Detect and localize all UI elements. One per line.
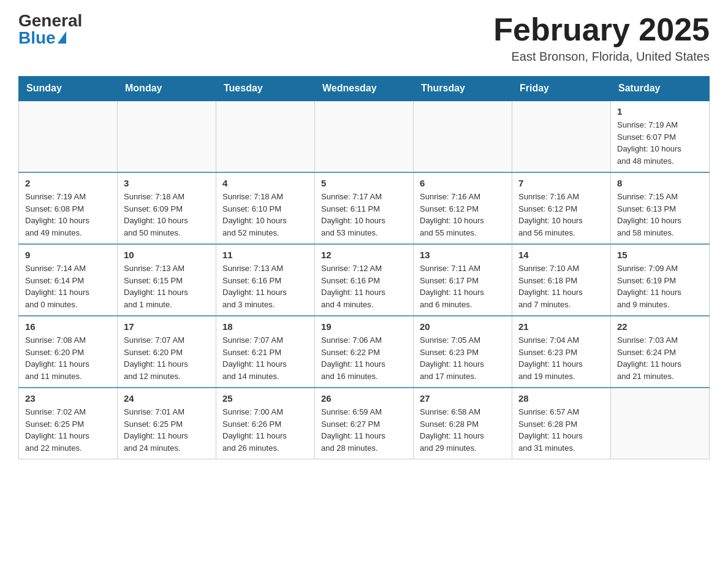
day-number: 26 (321, 393, 407, 404)
day-number: 15 (617, 250, 703, 260)
day-number: 17 (124, 321, 210, 332)
day-number: 14 (518, 250, 604, 260)
logo: General Blue (18, 12, 82, 47)
day-number: 25 (222, 393, 308, 404)
day-info: Sunrise: 6:59 AM Sunset: 6:27 PM Dayligh… (321, 406, 407, 454)
day-number: 3 (124, 178, 210, 188)
day-number: 23 (25, 393, 111, 404)
calendar-cell: 2Sunrise: 7:19 AM Sunset: 6:08 PM Daylig… (19, 172, 118, 244)
calendar-cell: 13Sunrise: 7:11 AM Sunset: 6:17 PM Dayli… (414, 244, 512, 316)
day-info: Sunrise: 7:19 AM Sunset: 6:07 PM Dayligh… (617, 119, 703, 167)
day-info: Sunrise: 7:00 AM Sunset: 6:26 PM Dayligh… (222, 406, 308, 454)
calendar-week-row: 9Sunrise: 7:14 AM Sunset: 6:14 PM Daylig… (19, 244, 710, 316)
calendar-cell (315, 101, 414, 172)
day-info: Sunrise: 7:16 AM Sunset: 6:12 PM Dayligh… (420, 191, 506, 239)
calendar-cell: 12Sunrise: 7:12 AM Sunset: 6:16 PM Dayli… (315, 244, 414, 316)
day-number: 28 (518, 393, 604, 404)
calendar-cell: 20Sunrise: 7:05 AM Sunset: 6:23 PM Dayli… (414, 316, 512, 388)
calendar-day-header: Thursday (414, 77, 512, 101)
day-number: 10 (124, 250, 210, 260)
logo-general-text: General (18, 12, 82, 29)
calendar-cell (118, 101, 216, 172)
calendar-cell: 17Sunrise: 7:07 AM Sunset: 6:20 PM Dayli… (118, 316, 216, 388)
calendar-cell: 7Sunrise: 7:16 AM Sunset: 6:12 PM Daylig… (512, 172, 611, 244)
calendar-day-header: Sunday (19, 77, 118, 101)
calendar-cell: 6Sunrise: 7:16 AM Sunset: 6:12 PM Daylig… (414, 172, 512, 244)
day-number: 18 (222, 321, 308, 332)
day-info: Sunrise: 7:12 AM Sunset: 6:16 PM Dayligh… (321, 262, 407, 310)
day-info: Sunrise: 7:16 AM Sunset: 6:12 PM Dayligh… (518, 191, 604, 239)
day-info: Sunrise: 7:11 AM Sunset: 6:17 PM Dayligh… (420, 262, 506, 310)
calendar-table: SundayMondayTuesdayWednesdayThursdayFrid… (18, 76, 710, 459)
day-info: Sunrise: 7:13 AM Sunset: 6:16 PM Dayligh… (222, 262, 308, 310)
calendar-cell: 15Sunrise: 7:09 AM Sunset: 6:19 PM Dayli… (611, 244, 710, 316)
calendar-cell: 27Sunrise: 6:58 AM Sunset: 6:28 PM Dayli… (414, 388, 512, 459)
calendar-cell: 3Sunrise: 7:18 AM Sunset: 6:09 PM Daylig… (118, 172, 216, 244)
day-number: 4 (222, 178, 308, 188)
day-number: 1 (617, 106, 703, 117)
day-info: Sunrise: 7:06 AM Sunset: 6:22 PM Dayligh… (321, 334, 407, 382)
day-info: Sunrise: 7:07 AM Sunset: 6:20 PM Dayligh… (124, 334, 210, 382)
day-number: 24 (124, 393, 210, 404)
calendar-cell: 10Sunrise: 7:13 AM Sunset: 6:15 PM Dayli… (118, 244, 216, 316)
day-info: Sunrise: 7:18 AM Sunset: 6:09 PM Dayligh… (124, 191, 210, 239)
calendar-day-header: Friday (512, 77, 611, 101)
day-info: Sunrise: 7:03 AM Sunset: 6:24 PM Dayligh… (617, 334, 703, 382)
calendar-cell (19, 101, 118, 172)
day-info: Sunrise: 7:17 AM Sunset: 6:11 PM Dayligh… (321, 191, 407, 239)
calendar-cell: 28Sunrise: 6:57 AM Sunset: 6:28 PM Dayli… (512, 388, 611, 459)
day-info: Sunrise: 7:09 AM Sunset: 6:19 PM Dayligh… (617, 262, 703, 310)
calendar-cell: 9Sunrise: 7:14 AM Sunset: 6:14 PM Daylig… (19, 244, 118, 316)
calendar-day-header: Monday (118, 77, 216, 101)
calendar-day-header: Tuesday (216, 77, 315, 101)
day-info: Sunrise: 7:02 AM Sunset: 6:25 PM Dayligh… (25, 406, 111, 454)
day-number: 9 (25, 250, 111, 260)
location-text: East Bronson, Florida, United States (493, 50, 710, 64)
day-number: 21 (518, 321, 604, 332)
day-info: Sunrise: 7:13 AM Sunset: 6:15 PM Dayligh… (124, 262, 210, 310)
day-info: Sunrise: 7:07 AM Sunset: 6:21 PM Dayligh… (222, 334, 308, 382)
day-info: Sunrise: 7:19 AM Sunset: 6:08 PM Dayligh… (25, 191, 111, 239)
calendar-cell: 8Sunrise: 7:15 AM Sunset: 6:13 PM Daylig… (611, 172, 710, 244)
calendar-cell: 5Sunrise: 7:17 AM Sunset: 6:11 PM Daylig… (315, 172, 414, 244)
day-number: 22 (617, 321, 703, 332)
calendar-week-row: 16Sunrise: 7:08 AM Sunset: 6:20 PM Dayli… (19, 316, 710, 388)
day-info: Sunrise: 7:01 AM Sunset: 6:25 PM Dayligh… (124, 406, 210, 454)
day-info: Sunrise: 7:10 AM Sunset: 6:18 PM Dayligh… (518, 262, 604, 310)
calendar-cell: 4Sunrise: 7:18 AM Sunset: 6:10 PM Daylig… (216, 172, 315, 244)
calendar-day-header: Wednesday (315, 77, 414, 101)
day-number: 27 (420, 393, 506, 404)
calendar-cell: 1Sunrise: 7:19 AM Sunset: 6:07 PM Daylig… (611, 101, 710, 172)
day-info: Sunrise: 7:05 AM Sunset: 6:23 PM Dayligh… (420, 334, 506, 382)
day-number: 5 (321, 178, 407, 188)
day-info: Sunrise: 7:14 AM Sunset: 6:14 PM Dayligh… (25, 262, 111, 310)
calendar-week-row: 23Sunrise: 7:02 AM Sunset: 6:25 PM Dayli… (19, 388, 710, 459)
day-info: Sunrise: 7:04 AM Sunset: 6:23 PM Dayligh… (518, 334, 604, 382)
day-info: Sunrise: 7:15 AM Sunset: 6:13 PM Dayligh… (617, 191, 703, 239)
calendar-cell: 22Sunrise: 7:03 AM Sunset: 6:24 PM Dayli… (611, 316, 710, 388)
calendar-cell: 14Sunrise: 7:10 AM Sunset: 6:18 PM Dayli… (512, 244, 611, 316)
calendar-cell: 26Sunrise: 6:59 AM Sunset: 6:27 PM Dayli… (315, 388, 414, 459)
calendar-header-row: SundayMondayTuesdayWednesdayThursdayFrid… (19, 77, 710, 101)
calendar-week-row: 1Sunrise: 7:19 AM Sunset: 6:07 PM Daylig… (19, 101, 710, 172)
calendar-cell: 23Sunrise: 7:02 AM Sunset: 6:25 PM Dayli… (19, 388, 118, 459)
day-number: 2 (25, 178, 111, 188)
logo-blue-text: Blue (18, 29, 56, 47)
calendar-cell: 16Sunrise: 7:08 AM Sunset: 6:20 PM Dayli… (19, 316, 118, 388)
calendar-cell: 11Sunrise: 7:13 AM Sunset: 6:16 PM Dayli… (216, 244, 315, 316)
day-number: 7 (518, 178, 604, 188)
day-number: 12 (321, 250, 407, 260)
calendar-cell (512, 101, 611, 172)
day-info: Sunrise: 7:18 AM Sunset: 6:10 PM Dayligh… (222, 191, 308, 239)
logo-triangle-icon (58, 31, 66, 44)
calendar-week-row: 2Sunrise: 7:19 AM Sunset: 6:08 PM Daylig… (19, 172, 710, 244)
day-number: 11 (222, 250, 308, 260)
day-number: 16 (25, 321, 111, 332)
day-number: 8 (617, 178, 703, 188)
calendar-cell: 24Sunrise: 7:01 AM Sunset: 6:25 PM Dayli… (118, 388, 216, 459)
day-info: Sunrise: 7:08 AM Sunset: 6:20 PM Dayligh… (25, 334, 111, 382)
calendar-cell (414, 101, 512, 172)
day-number: 20 (420, 321, 506, 332)
day-info: Sunrise: 6:58 AM Sunset: 6:28 PM Dayligh… (420, 406, 506, 454)
calendar-cell: 18Sunrise: 7:07 AM Sunset: 6:21 PM Dayli… (216, 316, 315, 388)
